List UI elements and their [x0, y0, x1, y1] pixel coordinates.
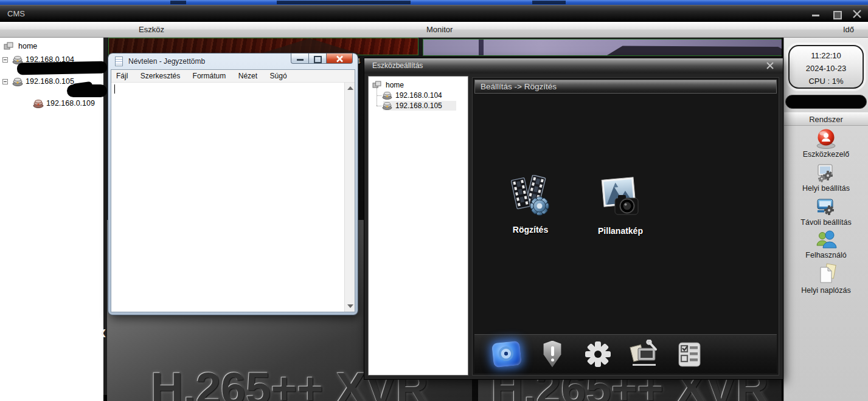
status-date: 2024-10-23	[790, 62, 863, 75]
menu-file[interactable]: Fájl	[111, 70, 133, 80]
scrollbar[interactable]	[344, 83, 355, 312]
remote-settings-button[interactable]: Távoli beállítás	[784, 196, 868, 227]
user-management-label: Felhasználó	[784, 251, 868, 259]
tab-monitor[interactable]: Monitor	[426, 25, 453, 34]
dialog-breadcrumb-header: Beállítás -> Rögzítés	[474, 80, 777, 94]
tab-time[interactable]: Idő	[843, 25, 854, 34]
device-manager-label: Eszközkezelő	[784, 150, 868, 159]
tree-node-label: home	[18, 42, 37, 50]
record-settings-item[interactable]: Rögzítés	[497, 175, 564, 235]
scroll-up-icon[interactable]	[347, 86, 353, 90]
device-manager-icon	[814, 128, 838, 149]
background-window-artifact	[170, 1, 186, 4]
notepad-text-area[interactable]	[111, 83, 355, 312]
user-management-button[interactable]: Felhasználó	[784, 228, 868, 259]
tree-node-label: 192.168.0.105	[26, 77, 74, 86]
redacted-camera-name	[17, 61, 107, 75]
window-controls	[811, 10, 862, 18]
dialog-category-bar	[474, 334, 777, 373]
video-content	[599, 46, 782, 55]
snapshot-settings-item[interactable]: Pillanatkép	[587, 176, 654, 236]
remote-settings-icon	[815, 196, 837, 218]
device-icon	[12, 77, 23, 86]
notepad-title: Névtelen - Jegyzettömb	[128, 57, 205, 66]
menu-view[interactable]: Nézet	[234, 70, 262, 80]
notepad-client-area: Fájl Szerkesztés Formátum Nézet Súgó	[111, 69, 355, 312]
maximize-icon[interactable]	[832, 10, 841, 18]
tree-connector	[377, 106, 381, 106]
record-category-icon[interactable]	[491, 339, 522, 369]
maintenance-category-icon[interactable]	[628, 339, 659, 369]
status-cpu: CPU : 1%	[790, 75, 863, 87]
close-icon[interactable]	[326, 53, 353, 64]
tree-node-label: 192.168.0.105	[395, 101, 442, 110]
close-icon[interactable]	[766, 61, 774, 70]
minimize-icon[interactable]	[291, 53, 309, 64]
cms-application-window: CMS Eszköz Monitor Idő home	[0, 0, 868, 401]
notepad-window-controls	[291, 53, 353, 64]
device-icon	[382, 91, 392, 100]
tree-connector	[377, 95, 381, 96]
device-manager-button[interactable]: Eszközkezelő	[784, 128, 868, 159]
text-cursor	[114, 84, 115, 94]
gear-icon	[583, 340, 613, 369]
video-channel-2[interactable]	[423, 39, 782, 56]
dialog-device-tree: home 192.168.0.104 192.16	[368, 76, 468, 375]
device-tree-sidebar: home 192.168.0.104 192.168.0.105	[0, 38, 103, 401]
local-log-label: Helyi naplózás	[784, 286, 868, 295]
blue-disk-icon	[491, 340, 522, 368]
breadcrumb: Beállítás -> Rögzítés	[481, 82, 557, 91]
alarm-category-icon[interactable]	[537, 339, 568, 369]
video-channel-1[interactable]	[108, 38, 418, 55]
users-icon	[814, 228, 838, 250]
tree-node-label: home	[386, 81, 404, 89]
system-section-header: Rendszer	[784, 112, 868, 126]
background-window-artifact	[532, 1, 566, 4]
tree-node-label: 192.168.0.104	[395, 91, 442, 100]
system-sidebar: 11:22:10 2024-10-23 CPU : 1% Rendszer Es…	[783, 38, 868, 401]
notepad-titlebar[interactable]: Névtelen - Jegyzettömb	[108, 53, 358, 69]
scroll-down-icon[interactable]	[347, 304, 353, 308]
menu-edit[interactable]: Szerkesztés	[136, 70, 185, 80]
system-category-icon[interactable]	[583, 339, 613, 369]
collapse-sidebar-icon[interactable]: ❮	[99, 328, 108, 339]
home-group-icon	[4, 42, 13, 50]
close-icon[interactable]	[852, 10, 862, 18]
local-settings-button[interactable]: Helyi beállítás	[784, 162, 868, 193]
status-clock-panel: 11:22:10 2024-10-23 CPU : 1%	[788, 45, 864, 89]
background-window-titlebar	[0, 0, 868, 5]
dialog-content-panel: Beállítás -> Rögzítés	[472, 77, 779, 375]
redacted-user-bar	[785, 95, 867, 109]
info-category-icon[interactable]	[674, 339, 704, 369]
collapse-node-icon[interactable]	[2, 79, 8, 84]
system-maintenance-icon	[628, 340, 659, 369]
device-offline-icon	[33, 99, 44, 108]
home-group-icon	[372, 81, 381, 89]
device-icon	[382, 101, 392, 110]
remote-settings-label: Távoli beállítás	[784, 218, 868, 227]
local-settings-label: Helyi beállítás	[784, 184, 868, 193]
device-settings-dialog: Eszközbeállítás home	[364, 58, 783, 380]
status-time: 11:22:10	[790, 49, 863, 62]
shield-exclamation-icon	[541, 341, 563, 368]
notepad-window: Névtelen - Jegyzettömb Fájl Szerkesztés …	[108, 53, 358, 315]
notepad-icon	[115, 57, 123, 66]
notepad-menubar: Fájl Szerkesztés Formátum Nézet Súgó	[111, 70, 355, 83]
log-documents-icon	[815, 262, 837, 286]
menu-format[interactable]: Formátum	[188, 70, 231, 80]
dialog-titlebar[interactable]: Eszközbeállítás	[364, 58, 783, 74]
tree-connector	[377, 87, 377, 106]
main-tabbar: Eszköz Monitor Idő	[0, 22, 868, 38]
background-window-artifact	[277, 1, 411, 4]
record-settings-label: Rögzítés	[497, 225, 564, 235]
tab-device[interactable]: Eszköz	[139, 25, 164, 34]
menu-help[interactable]: Súgó	[265, 70, 292, 80]
cms-titlebar: CMS	[0, 5, 868, 22]
local-log-button[interactable]: Helyi naplózás	[784, 262, 868, 295]
record-film-gear-icon	[508, 175, 553, 219]
maximize-icon[interactable]	[309, 53, 326, 64]
snapshot-camera-icon	[598, 176, 643, 220]
collapse-node-icon[interactable]	[2, 57, 8, 63]
minimize-icon[interactable]	[811, 10, 821, 18]
tree-node-label: 192.168.0.109	[46, 99, 95, 108]
